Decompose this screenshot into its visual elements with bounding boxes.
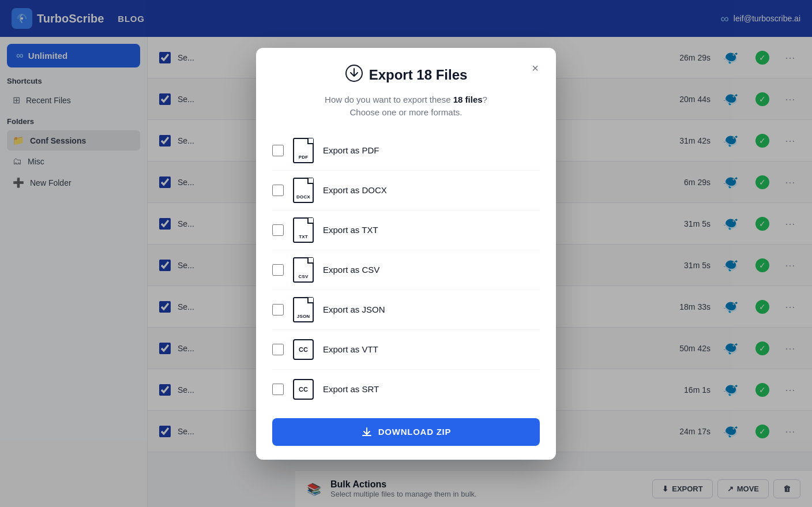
modal-body: PDF Export as PDF DOCX Export as DOCX — [256, 131, 556, 409]
cc-icon: CC — [293, 339, 314, 360]
modal-overlay: × Export 18 Files How do you want to exp… — [0, 0, 812, 507]
export-option-pdf[interactable]: PDF Export as PDF — [272, 131, 540, 171]
modal-export-icon — [345, 64, 363, 87]
export-checkbox-vtt[interactable] — [272, 344, 284, 355]
subtitle-post: ? — [483, 95, 487, 104]
export-option-json[interactable]: JSON Export as JSON — [272, 290, 540, 330]
export-label-srt: Export as SRT — [323, 384, 379, 394]
export-checkbox-docx[interactable] — [272, 185, 284, 196]
file-icon: DOCX — [293, 178, 314, 203]
export-option-vtt[interactable]: CC Export as VTT — [272, 330, 540, 370]
download-zip-button[interactable]: DOWNLOAD ZIP — [272, 418, 540, 446]
export-checkbox-json[interactable] — [272, 304, 284, 316]
subtitle-pre: How do you want to export these — [325, 95, 453, 104]
export-file-icon-docx: DOCX — [292, 176, 315, 204]
modal-close-button[interactable]: × — [526, 59, 544, 78]
export-file-icon-json: JSON — [292, 296, 315, 324]
export-option-srt[interactable]: CC Export as SRT — [272, 370, 540, 409]
export-label-txt: Export as TXT — [323, 225, 378, 235]
modal-header: × Export 18 Files How do you want to exp… — [256, 48, 556, 119]
file-icon: CSV — [293, 257, 314, 283]
subtitle-bold: 18 files — [453, 95, 483, 104]
file-icon: JSON — [293, 297, 314, 322]
export-label-csv: Export as CSV — [323, 265, 379, 275]
cc-icon: CC — [293, 379, 314, 400]
export-checkbox-csv[interactable] — [272, 264, 284, 276]
export-option-docx[interactable]: DOCX Export as DOCX — [272, 171, 540, 211]
export-file-icon-srt: CC — [292, 375, 315, 403]
export-label-docx: Export as DOCX — [323, 185, 387, 195]
modal-footer: DOWNLOAD ZIP — [256, 409, 556, 460]
export-modal: × Export 18 Files How do you want to exp… — [256, 48, 556, 460]
export-label-vtt: Export as VTT — [323, 344, 378, 354]
file-icon: PDF — [293, 138, 314, 163]
export-checkbox-txt[interactable] — [272, 224, 284, 236]
modal-title-row: Export 18 Files — [272, 64, 540, 87]
download-zip-label: DOWNLOAD ZIP — [378, 427, 452, 437]
export-option-csv[interactable]: CSV Export as CSV — [272, 250, 540, 290]
export-checkbox-pdf[interactable] — [272, 145, 284, 156]
export-file-icon-csv: CSV — [292, 256, 315, 284]
close-icon: × — [532, 62, 539, 75]
export-file-icon-txt: TXT — [292, 216, 315, 244]
subtitle-line2: Choose one or more formats. — [349, 107, 462, 117]
export-file-icon-vtt: CC — [292, 336, 315, 363]
export-checkbox-srt[interactable] — [272, 384, 284, 395]
download-icon — [361, 426, 373, 438]
export-option-txt[interactable]: TXT Export as TXT — [272, 211, 540, 250]
export-label-json: Export as JSON — [323, 305, 385, 314]
export-label-pdf: Export as PDF — [323, 145, 379, 155]
file-icon: TXT — [293, 217, 314, 243]
export-file-icon-pdf: PDF — [292, 137, 315, 164]
modal-title: Export 18 Files — [369, 67, 468, 83]
modal-subtitle: How do you want to export these 18 files… — [272, 93, 540, 119]
